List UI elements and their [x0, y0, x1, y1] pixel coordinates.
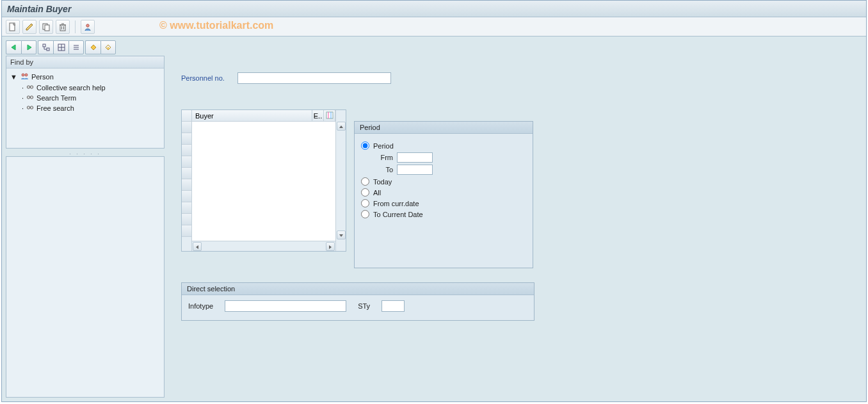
row-header[interactable] — [182, 214, 191, 225]
radio-today[interactable] — [361, 177, 369, 186]
svg-point-25 — [22, 74, 24, 76]
svg-rect-36 — [326, 112, 333, 118]
sidebar-tools — [6, 40, 165, 54]
bullet-icon: · — [22, 84, 24, 92]
buyer-row-headers — [182, 110, 192, 251]
tool-button-2[interactable] — [53, 40, 68, 54]
svg-marker-42 — [339, 234, 343, 237]
hscroll-right-button[interactable] — [326, 242, 335, 251]
row-header-corner[interactable] — [182, 110, 191, 122]
svg-rect-3 — [45, 25, 49, 31]
radio-period-row: Period — [361, 141, 526, 150]
tree-node-collective-search[interactable]: · Collective search help — [8, 83, 163, 93]
vscroll-up-button[interactable] — [337, 122, 346, 131]
svg-rect-12 — [43, 44, 45, 47]
find-by-tree: ▼ Person · Collective search help · — [6, 69, 164, 116]
create-button[interactable] — [6, 20, 20, 34]
tool-button-4[interactable] — [85, 40, 100, 54]
tree-node-label: Person — [31, 73, 54, 81]
radio-to-curr-label: To Current Date — [373, 211, 423, 218]
svg-marker-41 — [339, 125, 343, 128]
hscroll-left-button[interactable] — [193, 242, 202, 251]
tree-node-free-search[interactable]: · Free search — [8, 103, 163, 113]
tool-button-3[interactable] — [68, 40, 84, 54]
row-header[interactable] — [182, 179, 191, 191]
tree-node-person[interactable]: ▼ Person — [8, 71, 163, 83]
col-header-config[interactable] — [324, 110, 335, 121]
buyer-rows[interactable] — [192, 122, 335, 241]
sidebar: Find by ▼ Person · Collective search hel… — [2, 36, 168, 401]
direct-selection-panel: Direct selection Infotype STy — [181, 282, 534, 321]
radio-from-curr[interactable] — [361, 199, 369, 207]
tree-node-search-term[interactable]: · Search Term — [8, 93, 163, 103]
radio-from-curr-row: From curr.date — [361, 199, 526, 207]
row-header[interactable] — [182, 156, 191, 168]
titlebar: Maintain Buyer — [2, 1, 866, 17]
diamond-down-icon — [104, 44, 112, 51]
direct-selection-title: Direct selection — [182, 283, 534, 295]
delete-button[interactable] — [56, 20, 70, 34]
row-header[interactable] — [182, 168, 191, 179]
svg-marker-39 — [196, 245, 198, 249]
triangle-up-icon — [339, 120, 344, 132]
radio-period[interactable] — [361, 141, 369, 150]
binoculars-icon — [26, 84, 34, 92]
col-header-buyer[interactable]: Buyer — [192, 110, 312, 121]
app-window: Maintain Buyer © — [1, 0, 867, 402]
main-panel: Personnel no. — [168, 36, 866, 401]
row-header[interactable] — [182, 191, 191, 202]
svg-point-26 — [25, 74, 28, 76]
copy-button[interactable] — [39, 20, 53, 34]
svg-rect-4 — [60, 25, 65, 31]
row-header[interactable] — [182, 122, 191, 133]
binoculars-icon — [26, 94, 34, 102]
watermark-text: © www.tutorialkart.com — [159, 20, 273, 31]
period-frm-label: Frm — [375, 154, 393, 161]
vscroll-down-button[interactable] — [337, 230, 346, 239]
svg-rect-35 — [29, 107, 31, 108]
period-to-input[interactable] — [397, 165, 433, 175]
vscroll — [335, 110, 346, 251]
trash-icon — [59, 22, 67, 31]
infotype-input[interactable] — [225, 300, 346, 312]
diamond-up-icon — [90, 44, 97, 51]
direct-selection-body: Infotype STy — [182, 295, 534, 317]
row-header[interactable] — [182, 133, 191, 145]
pencil-icon — [25, 22, 34, 31]
arrow-left-icon — [10, 44, 18, 51]
sty-input[interactable] — [382, 300, 405, 312]
personnel-input[interactable] — [237, 72, 391, 84]
content-area: Find by ▼ Person · Collective search hel… — [2, 36, 866, 401]
svg-rect-29 — [29, 86, 31, 88]
svg-marker-10 — [12, 45, 15, 50]
svg-rect-32 — [29, 97, 31, 98]
tree-expand-icon: ▼ — [10, 73, 17, 81]
nav-back-button[interactable] — [6, 40, 21, 54]
tree-icon — [42, 44, 50, 51]
nav-forward-button[interactable] — [21, 40, 36, 54]
svg-marker-40 — [329, 245, 332, 249]
list-icon — [72, 44, 80, 51]
hscroll-track[interactable] — [202, 241, 325, 251]
radio-all[interactable] — [361, 188, 369, 197]
radio-to-curr[interactable] — [361, 210, 369, 218]
svg-marker-1 — [26, 24, 33, 30]
period-frm-input[interactable] — [397, 152, 433, 163]
radio-all-row: All — [361, 188, 526, 197]
radio-today-label: Today — [373, 178, 392, 186]
row-header[interactable] — [182, 145, 191, 156]
row-header[interactable] — [182, 225, 191, 237]
period-title: Period — [355, 122, 533, 134]
tree-node-label: Collective search help — [36, 84, 106, 92]
period-frm-row: Frm — [375, 152, 526, 163]
splitter-handle[interactable]: · · · · · — [6, 151, 165, 156]
radio-to-curr-row: To Current Date — [361, 210, 526, 218]
overview-button[interactable] — [81, 20, 95, 34]
tree-node-label: Search Term — [36, 94, 76, 102]
col-header-e[interactable]: E.. — [312, 110, 324, 121]
tool-button-1[interactable] — [38, 40, 53, 54]
row-header[interactable] — [182, 202, 191, 214]
tool-button-5[interactable] — [100, 40, 116, 54]
toolbar-separator — [75, 20, 76, 33]
change-button[interactable] — [22, 20, 36, 34]
